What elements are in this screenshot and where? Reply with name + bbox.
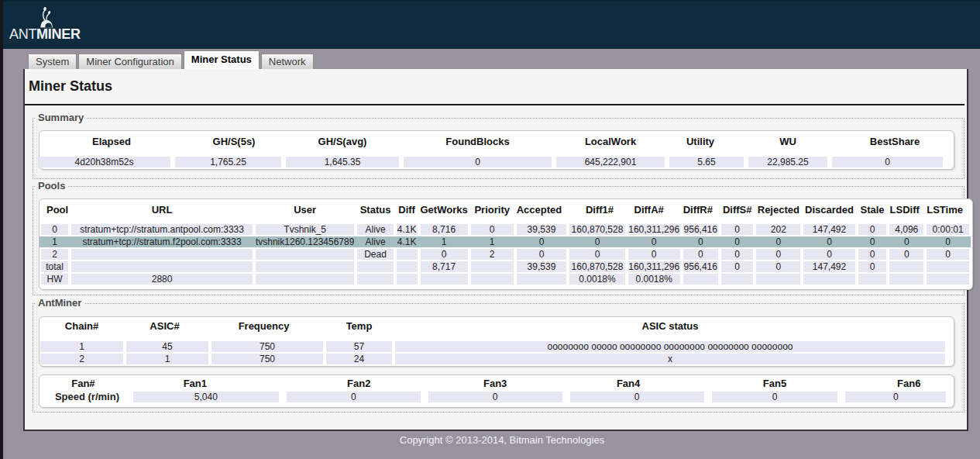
svg-text:ANTMINER: ANTMINER — [9, 27, 81, 42]
